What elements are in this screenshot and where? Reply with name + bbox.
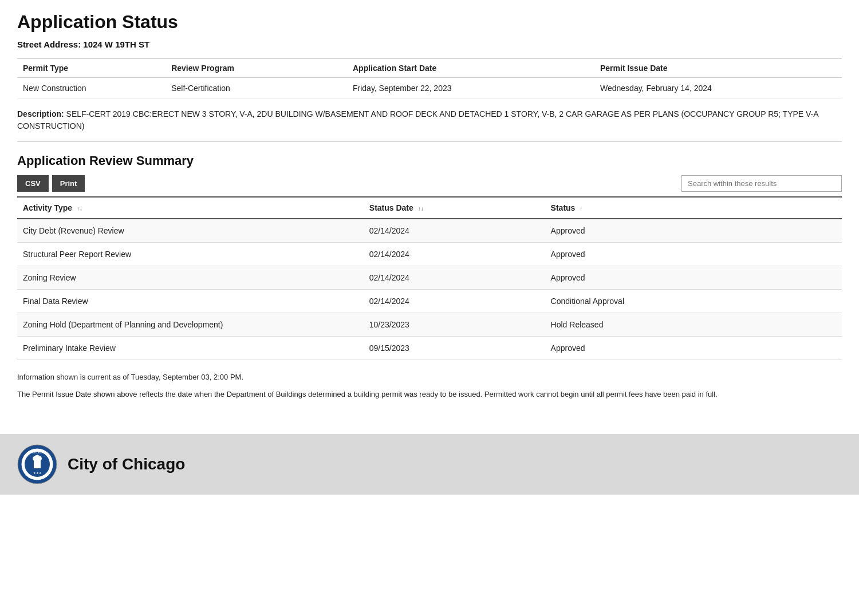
activity-type-cell: City Debt (Revenue) Review bbox=[17, 219, 364, 243]
status-cell: Hold Released bbox=[545, 313, 842, 337]
table-row: Zoning Review02/14/2024Approved bbox=[17, 266, 842, 290]
review-table-header-row: Activity Type ↑↓ Status Date ↑↓ Status ↑ bbox=[17, 197, 842, 219]
street-address-value: 1024 W 19TH ST bbox=[83, 40, 149, 49]
status-date-cell: 10/23/2023 bbox=[364, 313, 545, 337]
city-logo: ★ ★ ★ CHICAGO bbox=[17, 444, 57, 484]
review-summary-section: Application Review Summary CSV Print Act… bbox=[17, 153, 842, 360]
status-date-sort-icon[interactable]: ↑↓ bbox=[418, 206, 424, 212]
status-date-cell: 02/14/2024 bbox=[364, 266, 545, 290]
status-cell: Conditional Approval bbox=[545, 290, 842, 313]
app-start-date-header: Application Start Date bbox=[347, 59, 594, 78]
table-row: Final Data Review02/14/2024Conditional A… bbox=[17, 290, 842, 313]
status-cell: Approved bbox=[545, 266, 842, 290]
permit-issue-date-cell: Wednesday, February 14, 2024 bbox=[594, 78, 842, 99]
table-row: Structural Peer Report Review02/14/2024A… bbox=[17, 243, 842, 266]
activity-type-header: Activity Type ↑↓ bbox=[17, 197, 364, 219]
table-row: Preliminary Intake Review09/15/2023Appro… bbox=[17, 337, 842, 360]
description-label: Description: bbox=[17, 109, 64, 119]
permit-table: Permit Type Review Program Application S… bbox=[17, 58, 842, 99]
status-date-cell: 02/14/2024 bbox=[364, 290, 545, 313]
activity-type-cell: Preliminary Intake Review bbox=[17, 337, 364, 360]
activity-sort-icon[interactable]: ↑↓ bbox=[77, 206, 82, 212]
svg-rect-5 bbox=[34, 460, 41, 468]
status-cell: Approved bbox=[545, 337, 842, 360]
status-cell: Approved bbox=[545, 219, 842, 243]
status-sort-icon[interactable]: ↑ bbox=[580, 206, 582, 212]
review-program-header: Review Program bbox=[166, 59, 347, 78]
activity-type-cell: Zoning Review bbox=[17, 266, 364, 290]
main-content: Application Status Street Address: 1024 … bbox=[0, 0, 859, 417]
footer: ★ ★ ★ CHICAGO City of Chicago bbox=[0, 434, 859, 495]
permit-type-header: Permit Type bbox=[17, 59, 166, 78]
description-text: SELF-CERT 2019 CBC:ERECT NEW 3 STORY, V-… bbox=[17, 109, 818, 131]
street-address-label: Street Address: bbox=[17, 40, 81, 49]
search-container bbox=[681, 175, 842, 192]
activity-type-cell: Zoning Hold (Department of Planning and … bbox=[17, 313, 364, 337]
csv-button[interactable]: CSV bbox=[17, 175, 49, 192]
info-line-1: Information shown is current as of Tuesd… bbox=[17, 372, 842, 383]
permit-row: New Construction Self-Certification Frid… bbox=[17, 78, 842, 99]
activity-type-cell: Structural Peer Report Review bbox=[17, 243, 364, 266]
street-address: Street Address: 1024 W 19TH ST bbox=[17, 40, 842, 49]
search-input[interactable] bbox=[681, 175, 842, 192]
status-date-cell: 02/14/2024 bbox=[364, 243, 545, 266]
description-block: Description: SELF-CERT 2019 CBC:ERECT NE… bbox=[17, 108, 842, 142]
status-cell: Approved bbox=[545, 243, 842, 266]
permit-type-cell: New Construction bbox=[17, 78, 166, 99]
permit-issue-date-header: Permit Issue Date bbox=[594, 59, 842, 78]
svg-text:CHICAGO: CHICAGO bbox=[32, 451, 43, 454]
status-date-cell: 09/15/2023 bbox=[364, 337, 545, 360]
info-line-2: The Permit Issue Date shown above reflec… bbox=[17, 389, 842, 400]
status-header: Status ↑ bbox=[545, 197, 842, 219]
table-row: Zoning Hold (Department of Planning and … bbox=[17, 313, 842, 337]
svg-text:★ ★ ★: ★ ★ ★ bbox=[33, 471, 42, 475]
review-summary-title: Application Review Summary bbox=[17, 153, 842, 168]
toolbar-left: CSV Print bbox=[17, 175, 85, 192]
footer-city-name: City of Chicago bbox=[68, 455, 185, 473]
toolbar-row: CSV Print bbox=[17, 175, 842, 192]
status-date-header: Status Date ↑↓ bbox=[364, 197, 545, 219]
review-program-cell: Self-Certification bbox=[166, 78, 347, 99]
status-date-cell: 02/14/2024 bbox=[364, 219, 545, 243]
page-title: Application Status bbox=[17, 11, 842, 33]
activity-type-cell: Final Data Review bbox=[17, 290, 364, 313]
table-row: City Debt (Revenue) Review02/14/2024Appr… bbox=[17, 219, 842, 243]
review-table: Activity Type ↑↓ Status Date ↑↓ Status ↑… bbox=[17, 196, 842, 360]
print-button[interactable]: Print bbox=[52, 175, 85, 192]
app-start-date-cell: Friday, September 22, 2023 bbox=[347, 78, 594, 99]
